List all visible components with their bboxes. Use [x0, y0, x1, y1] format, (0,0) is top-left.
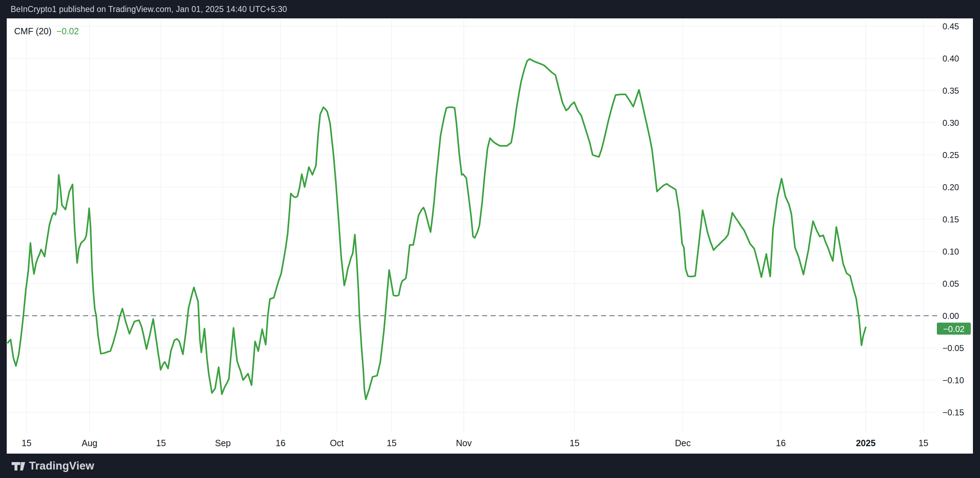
x-axis-label: 15 — [22, 438, 32, 448]
y-axis-label: 0.05 — [942, 279, 959, 289]
y-axis-label: 0.20 — [942, 183, 959, 192]
x-axis-label: Aug — [82, 438, 97, 448]
x-axis-label: Oct — [330, 438, 344, 448]
tradingview-brand-text: TradingView — [29, 460, 94, 472]
y-axis-label: 0.40 — [942, 54, 959, 63]
badge-value: −0.02 — [943, 324, 965, 334]
cmf-line — [8, 59, 866, 400]
x-axis-label: Sep — [215, 438, 231, 448]
y-axis-label: 0.30 — [942, 118, 959, 128]
y-axis-label: −0.15 — [942, 408, 964, 417]
x-axis-label: 2025 — [856, 438, 876, 448]
attribution-text: BeInCrypto1 published on TradingView.com… — [11, 5, 287, 14]
publish-header-bar: BeInCrypto1 published on TradingView.com… — [0, 0, 980, 18]
x-axis-label: 15 — [156, 438, 166, 448]
chart-area[interactable]: 0.450.400.350.300.250.200.150.100.050.00… — [7, 18, 973, 454]
x-axis-label: 15 — [918, 438, 928, 448]
tradingview-tv-icon — [11, 459, 25, 473]
indicator-legend: CMF (20)−0.02 — [14, 26, 79, 37]
indicator-value: −0.02 — [57, 26, 79, 36]
indicator-name: CMF (20) — [14, 26, 52, 36]
x-axis-label: Nov — [456, 438, 472, 448]
x-axis-label: 16 — [275, 438, 285, 448]
y-axis-label: 0.10 — [942, 247, 959, 256]
x-grid-and-labels[interactable]: 15Aug15Sep16Oct15Nov15Dec16202515 — [22, 18, 928, 448]
x-axis-label: 15 — [570, 438, 579, 448]
y-grid-and-labels[interactable]: 0.450.400.350.300.250.200.150.100.050.00… — [7, 22, 964, 417]
x-axis-label: Dec — [675, 438, 690, 448]
y-axis-label: −0.05 — [942, 343, 964, 353]
y-axis-label: 0.00 — [942, 311, 959, 321]
y-axis-label: −0.10 — [942, 375, 964, 385]
footer-bar: TradingView — [0, 454, 980, 478]
cmf-chart-canvas[interactable]: 0.450.400.350.300.250.200.150.100.050.00… — [7, 18, 973, 454]
last-value-badge: −0.02 — [937, 322, 971, 335]
tradingview-logo[interactable]: TradingView — [11, 459, 94, 473]
y-axis-label: 0.35 — [942, 86, 959, 95]
y-axis-label: 0.45 — [942, 22, 959, 31]
page-frame: BeInCrypto1 published on TradingView.com… — [0, 0, 980, 478]
x-axis-label: 15 — [387, 438, 396, 448]
x-axis-label: 16 — [776, 438, 786, 448]
y-axis-label: 0.15 — [942, 214, 959, 224]
y-axis-label: 0.25 — [942, 150, 959, 160]
